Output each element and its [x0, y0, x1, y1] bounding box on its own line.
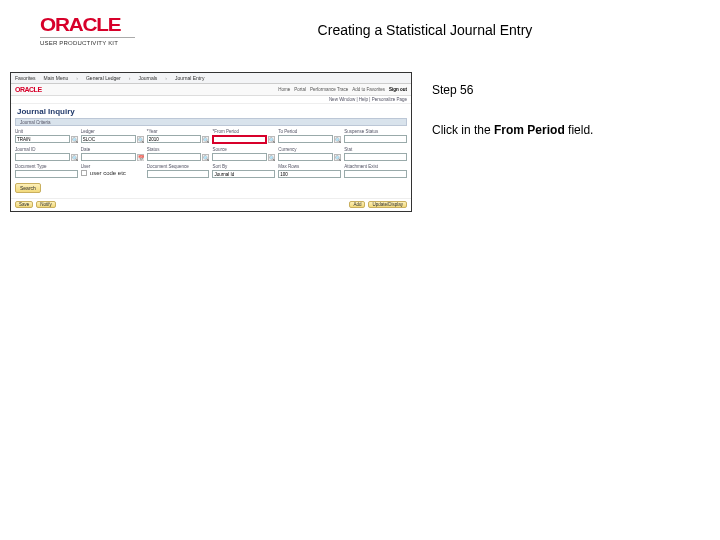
doc-type-input[interactable] [15, 170, 78, 178]
unit-input[interactable] [15, 135, 70, 143]
user-checkbox[interactable] [81, 170, 87, 176]
to-period-field: To Period 🔍 [278, 129, 341, 144]
lookup-icon[interactable]: 🔍 [71, 154, 78, 161]
lookup-icon[interactable]: 🔍 [334, 154, 341, 161]
user-text: user code etc [90, 170, 126, 176]
date-field: Date 📅 [81, 147, 144, 161]
upk-subtitle: USER PRODUCTIVITY KIT [40, 37, 135, 46]
doc-seq-input[interactable] [147, 170, 210, 178]
journal-inquiry-title: Journal Inquiry [11, 104, 411, 117]
oracle-logo: ORACLE [40, 16, 178, 34]
app-screenshot: Favorites Main Menu › General Ledger › J… [10, 72, 412, 212]
year-field: *Year 🔍 [147, 129, 210, 144]
max-rows-field: Max Rows [278, 164, 341, 178]
doc-type-field: Document Type [15, 164, 78, 178]
from-period-input[interactable] [212, 135, 267, 144]
calendar-icon[interactable]: 📅 [137, 154, 144, 161]
attachment-field: Attachment Exist [344, 164, 407, 178]
chevron-icon: › [129, 75, 131, 81]
link-home[interactable]: Home [278, 87, 290, 92]
criteria-form: Unit 🔍 Ledger 🔍 *Year 🔍 *From Period 🔍 T… [15, 129, 407, 178]
content-row: Favorites Main Menu › General Ledger › J… [0, 52, 720, 212]
doc-seq-field: Document Sequence [147, 164, 210, 178]
currency-input[interactable] [278, 153, 333, 161]
user-label: User [81, 164, 144, 169]
currency-label: Currency [278, 147, 341, 152]
link-sign-out[interactable]: Sign out [389, 87, 407, 92]
year-label: *Year [147, 129, 210, 134]
journal-id-input[interactable] [15, 153, 70, 161]
source-label: Source [212, 147, 275, 152]
from-period-label: *From Period [212, 129, 275, 134]
ledger-input[interactable] [81, 135, 136, 143]
from-period-field: *From Period 🔍 [212, 129, 275, 144]
crumb[interactable]: Favorites [15, 75, 36, 81]
stat-field: Stat [344, 147, 407, 161]
link-portal[interactable]: Portal [294, 87, 306, 92]
doc-type-label: Document Type [15, 164, 78, 169]
page-title: Creating a Statistical Journal Entry [160, 16, 690, 38]
to-period-label: To Period [278, 129, 341, 134]
search-button[interactable]: Search [15, 183, 41, 193]
criteria-bar: Journal Criteria [15, 118, 407, 126]
screenshot-footer: Save Notify Add Update/Display [11, 198, 411, 211]
suspense-label: Suspense Status [344, 129, 407, 134]
instruction-text: Click in the From Period field. [432, 120, 700, 142]
lookup-icon[interactable]: 🔍 [268, 136, 275, 143]
crumb[interactable]: Main Menu [44, 75, 69, 81]
save-button[interactable]: Save [15, 201, 33, 208]
step-label: Step 56 [432, 80, 700, 102]
instructions-panel: Step 56 Click in the From Period field. [412, 72, 720, 159]
search-button-row: Search [11, 178, 411, 198]
instr-bold: From Period [494, 123, 565, 137]
notify-button[interactable]: Notify [36, 201, 56, 208]
top-links: Home Portal Performance Trace Add to Fav… [278, 87, 407, 92]
journal-id-label: Journal ID [15, 147, 78, 152]
chevron-icon: › [76, 75, 78, 81]
instr-suffix: field. [565, 123, 594, 137]
attachment-input[interactable] [344, 170, 407, 178]
suspense-input[interactable] [344, 135, 407, 143]
lookup-icon[interactable]: 🔍 [71, 136, 78, 143]
unit-field: Unit 🔍 [15, 129, 78, 144]
status-input[interactable] [147, 153, 202, 161]
lookup-icon[interactable]: 🔍 [137, 136, 144, 143]
sort-by-label: Sort By [212, 164, 275, 169]
lookup-icon[interactable]: 🔍 [334, 136, 341, 143]
link-favorites[interactable]: Add to Favorites [352, 87, 385, 92]
add-button[interactable]: Add [349, 201, 365, 208]
source-input[interactable] [212, 153, 267, 161]
sort-by-field: Sort By [212, 164, 275, 178]
suspense-field: Suspense Status [344, 129, 407, 144]
crumb[interactable]: General Ledger [86, 75, 121, 81]
sort-by-input[interactable] [212, 170, 275, 178]
link-perf-trace[interactable]: Performance Trace [310, 87, 348, 92]
crumb[interactable]: Journals [138, 75, 157, 81]
max-rows-label: Max Rows [278, 164, 341, 169]
year-input[interactable] [147, 135, 202, 143]
unit-label: Unit [15, 129, 78, 134]
oracle-logo-block: ORACLE USER PRODUCTIVITY KIT [40, 16, 160, 46]
app-subheader: ORACLE Home Portal Performance Trace Add… [11, 84, 411, 96]
max-rows-input[interactable] [278, 170, 341, 178]
currency-field: Currency 🔍 [278, 147, 341, 161]
lookup-icon[interactable]: 🔍 [202, 154, 209, 161]
status-field: Status 🔍 [147, 147, 210, 161]
journal-id-field: Journal ID 🔍 [15, 147, 78, 161]
to-period-input[interactable] [278, 135, 333, 143]
stat-input[interactable] [344, 153, 407, 161]
page-header: ORACLE USER PRODUCTIVITY KIT Creating a … [0, 0, 720, 52]
lookup-icon[interactable]: 🔍 [268, 154, 275, 161]
status-label: Status [147, 147, 210, 152]
date-input[interactable] [81, 153, 136, 161]
stat-label: Stat [344, 147, 407, 152]
date-label: Date [81, 147, 144, 152]
ledger-label: Ledger [81, 129, 144, 134]
oracle-app-logo: ORACLE [15, 86, 42, 93]
breadcrumb: Favorites Main Menu › General Ledger › J… [11, 73, 411, 84]
chevron-icon: › [165, 75, 167, 81]
crumb[interactable]: Journal Entry [175, 75, 204, 81]
update-display-button[interactable]: Update/Display [368, 201, 407, 208]
lookup-icon[interactable]: 🔍 [202, 136, 209, 143]
user-field: User user code etc [81, 164, 144, 178]
